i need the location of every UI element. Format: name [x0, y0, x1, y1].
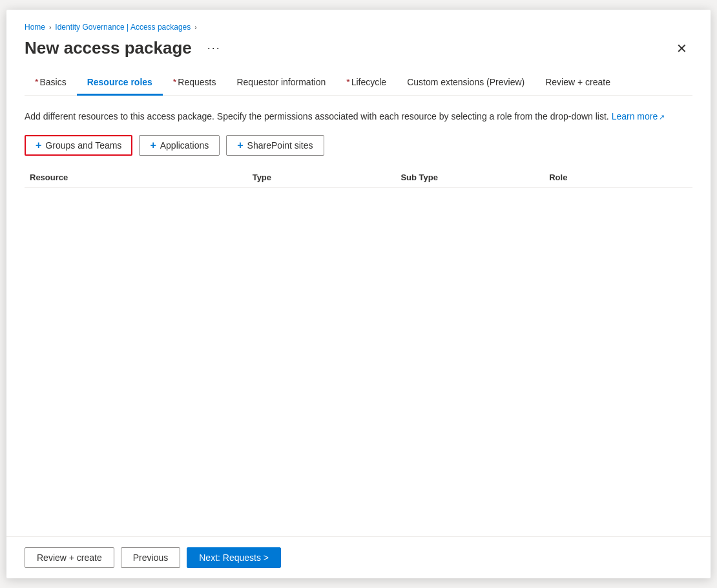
groups-teams-button[interactable]: + Groups and Teams	[25, 135, 132, 156]
sharepoint-button[interactable]: + SharePoint sites	[226, 135, 324, 156]
tab-basics[interactable]: *Basics	[25, 70, 77, 96]
applications-label: Applications	[160, 140, 209, 151]
modal-footer: Review + create Previous Next: Requests …	[6, 536, 711, 578]
tab-requestor-information[interactable]: Requestor information	[226, 70, 336, 96]
sharepoint-label: SharePoint sites	[247, 140, 313, 151]
close-button[interactable]: ✕	[671, 39, 692, 58]
applications-button[interactable]: + Applications	[139, 135, 220, 156]
plus-icon-groups: +	[36, 140, 41, 151]
ellipsis-button[interactable]: ···	[203, 40, 225, 56]
learn-more-link[interactable]: Learn more↗	[612, 111, 665, 121]
required-asterisk-lifecycle: *	[346, 77, 349, 87]
modal-container: Home › Identity Governance | Access pack…	[6, 10, 711, 578]
groups-teams-label: Groups and Teams	[45, 140, 121, 151]
chevron-icon-2: ›	[194, 24, 196, 31]
tabs-row: *Basics Resource roles *Requests Request…	[25, 70, 692, 96]
breadcrumb-governance[interactable]: Identity Governance | Access packages	[55, 23, 191, 32]
page-title: New access package	[25, 38, 192, 58]
modal-header: Home › Identity Governance | Access pack…	[6, 10, 711, 96]
breadcrumb: Home › Identity Governance | Access pack…	[25, 23, 692, 32]
table-header: Resource Type Sub Type Role	[25, 167, 692, 188]
review-create-button[interactable]: Review + create	[25, 547, 114, 568]
column-resource: Resource	[25, 173, 247, 182]
previous-button[interactable]: Previous	[121, 547, 180, 568]
plus-icon-applications: +	[150, 140, 156, 151]
column-role: Role	[544, 173, 692, 182]
description-text: Add different resources to this access p…	[25, 110, 692, 123]
modal-body: Add different resources to this access p…	[6, 96, 711, 536]
required-asterisk-requests: *	[173, 77, 176, 87]
column-type: Type	[247, 173, 396, 182]
chevron-icon-1: ›	[49, 24, 51, 31]
plus-icon-sharepoint: +	[237, 140, 243, 151]
tab-review-create[interactable]: Review + create	[535, 70, 621, 96]
title-left: New access package ···	[25, 38, 225, 58]
title-row: New access package ··· ✕	[25, 38, 692, 58]
tab-custom-extensions[interactable]: Custom extensions (Preview)	[397, 70, 535, 96]
next-button[interactable]: Next: Requests >	[187, 547, 281, 568]
required-asterisk: *	[35, 77, 38, 87]
tab-resource-roles[interactable]: Resource roles	[77, 70, 163, 96]
resource-buttons-group: + Groups and Teams + Applications + Shar…	[25, 135, 692, 156]
breadcrumb-home[interactable]: Home	[25, 23, 45, 32]
column-sub-type: Sub Type	[395, 173, 544, 182]
tab-lifecycle[interactable]: *Lifecycle	[336, 70, 397, 96]
external-link-icon: ↗	[659, 113, 665, 121]
tab-requests[interactable]: *Requests	[163, 70, 227, 96]
